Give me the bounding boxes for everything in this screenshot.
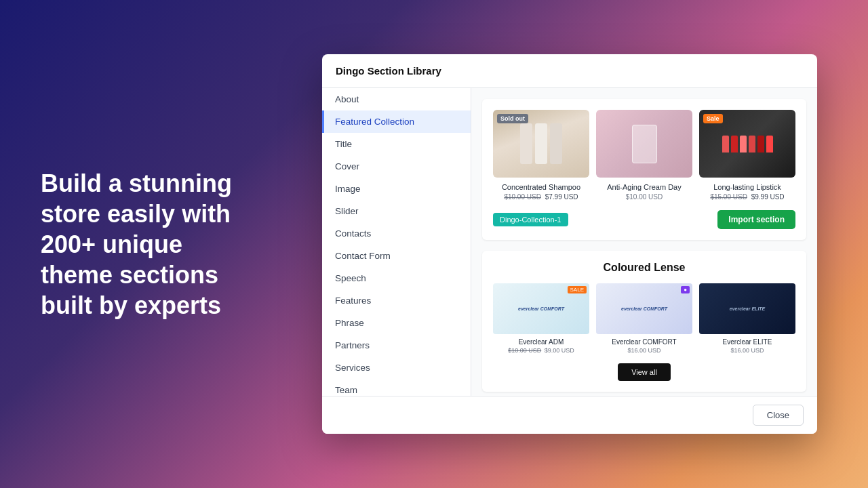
close-button[interactable]: Close [753, 405, 804, 426]
section-tag: Dingo-Collection-1 [493, 213, 568, 226]
sidebar: About Featured Collection Title Cover Im… [322, 88, 471, 396]
lens-image-elite: everclear ELITE [699, 283, 795, 334]
sidebar-item-slider[interactable]: Slider [322, 200, 471, 222]
sidebar-item-contact-form[interactable]: Contact Form [322, 245, 471, 267]
content-area[interactable]: Sold out Concentrated Shampoo $10.00 USD… [471, 88, 817, 396]
lens-item-adm: everclear COMFORT SALE Everclear ADM $10… [493, 283, 589, 354]
lens-name-elite: Everclear ELITE [699, 338, 795, 346]
sidebar-item-services[interactable]: Services [322, 357, 471, 379]
hero-line5: built by experts [41, 291, 221, 319]
product-item-cream: Anti-Aging Cream Day $10.00 USD [596, 110, 692, 201]
product-image-lipstick: Sale [699, 110, 795, 178]
sidebar-item-partners[interactable]: Partners [322, 334, 471, 357]
sidebar-item-team[interactable]: Team [322, 379, 471, 396]
modal-title: Dingo Section Library [336, 65, 441, 77]
sidebar-item-about[interactable]: About [322, 88, 471, 110]
lens-price-adm: $10.00 USD $9.00 USD [493, 347, 589, 354]
lens-price-comfort: $16.00 USD [596, 347, 692, 354]
lens-badge-purple: ● [681, 286, 690, 293]
product-price-shampoo: $10.00 USD $7.99 USD [493, 193, 589, 201]
hero-line1: Build a stunning [41, 169, 232, 197]
sidebar-item-title[interactable]: Title [322, 133, 471, 155]
lens-price-elite: $16.00 USD [699, 347, 795, 354]
sidebar-item-image[interactable]: Image [322, 178, 471, 200]
hero-line4: theme sections [41, 261, 218, 289]
sidebar-item-features[interactable]: Features [322, 289, 471, 312]
product-price-lipstick: $15.00 USD $9.99 USD [699, 193, 795, 201]
lens-image-adm: everclear COMFORT SALE [493, 283, 589, 334]
card-footer-1: Dingo-Collection-1 Import section [493, 210, 795, 229]
product-item-lipstick: Sale Long-lasting Lipstick $15.00 USD $9… [699, 110, 795, 201]
section-card-2: Coloured Lense everclear COMFORT SALE Ev… [482, 251, 806, 392]
lens-name-comfort: Everclear COMFORT [596, 338, 692, 346]
product-image-shampoo: Sold out [493, 110, 589, 178]
hero-text: Build a stunning store easily with 200+ … [41, 168, 285, 321]
product-price-cream: $10.00 USD [596, 193, 692, 201]
sidebar-item-speech[interactable]: Speech [322, 267, 471, 289]
sidebar-item-contacts[interactable]: Contacts [322, 222, 471, 245]
sidebar-item-cover[interactable]: Cover [322, 155, 471, 178]
lens-name-adm: Everclear ADM [493, 338, 589, 346]
product-name-cream: Anti-Aging Cream Day [596, 183, 692, 191]
modal-header: Dingo Section Library [322, 54, 817, 88]
view-more-wrapper: View all [493, 363, 795, 381]
product-name-shampoo: Concentrated Shampoo [493, 183, 589, 191]
lens-image-comfort: everclear COMFORT ● [596, 283, 692, 334]
lens-item-elite: everclear ELITE Everclear ELITE $16.00 U… [699, 283, 795, 354]
import-button[interactable]: Import section [717, 210, 795, 229]
product-name-lipstick: Long-lasting Lipstick [699, 183, 795, 191]
section-card-1: Sold out Concentrated Shampoo $10.00 USD… [482, 99, 806, 240]
modal-body: About Featured Collection Title Cover Im… [322, 88, 817, 396]
lens-item-comfort: everclear COMFORT ● Everclear COMFORT $1… [596, 283, 692, 354]
badge-sold-out: Sold out [497, 114, 528, 123]
lens-badge-sale: SALE [568, 286, 587, 293]
badge-sale: Sale [703, 114, 723, 123]
sidebar-item-featured-collection[interactable]: Featured Collection [322, 110, 471, 133]
products-grid-1: Sold out Concentrated Shampoo $10.00 USD… [493, 110, 795, 201]
sidebar-item-phrase[interactable]: Phrase [322, 312, 471, 334]
view-more-button[interactable]: View all [618, 363, 671, 381]
modal: Dingo Section Library About Featured Col… [322, 54, 817, 434]
hero-line3: 200+ unique [41, 230, 182, 258]
product-image-cream [596, 110, 692, 178]
modal-footer: Close [322, 396, 817, 434]
lens-grid: everclear COMFORT SALE Everclear ADM $10… [493, 283, 795, 354]
product-item-shampoo: Sold out Concentrated Shampoo $10.00 USD… [493, 110, 589, 201]
section2-title: Coloured Lense [493, 262, 795, 274]
hero-line2: store easily with [41, 200, 231, 228]
